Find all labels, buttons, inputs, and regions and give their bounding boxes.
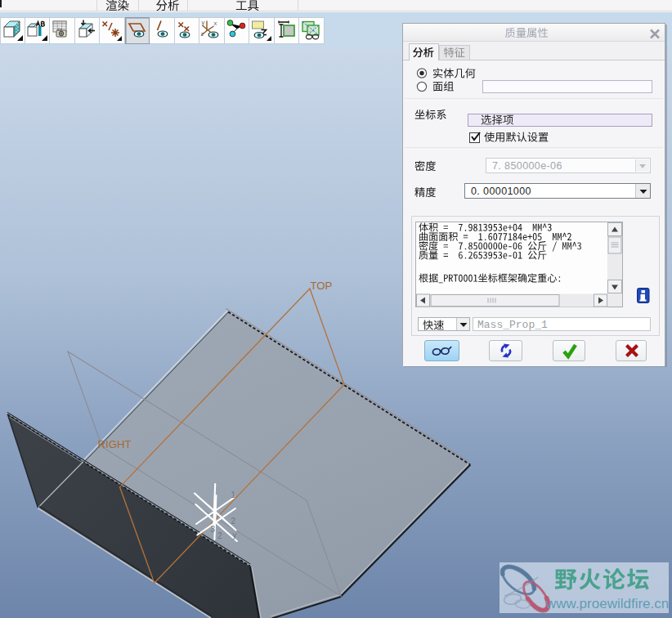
svg-text:z: z [201,30,204,38]
svg-text:TOP: TOP [311,280,333,292]
svg-text:y: y [202,19,205,26]
svg-text:1: 1 [231,490,236,499]
svg-text:2: 2 [217,531,222,540]
svg-text:RIGHT: RIGHT [98,438,132,450]
svg-text:2: 2 [231,517,236,526]
svg-text:www.proewildfire.cn: www.proewildfire.cn [545,596,669,611]
svg-text:3: 3 [211,525,216,534]
svg-text:x: x [214,20,217,27]
svg-text:y: y [233,531,237,540]
